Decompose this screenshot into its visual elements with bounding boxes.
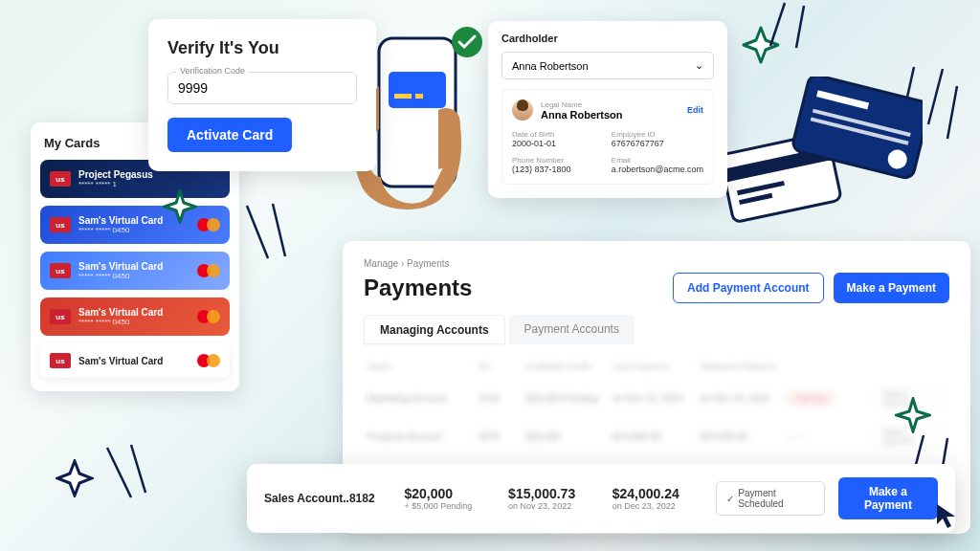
table-row: Products Account5678$20,000$14,000.00$24… <box>364 417 949 455</box>
last-payment: $15,000.73 <box>508 486 599 501</box>
svg-line-15 <box>273 204 285 256</box>
svg-line-21 <box>928 69 943 124</box>
field-label: Verification Code <box>176 66 249 76</box>
phone-label: Phone Number <box>512 156 602 165</box>
deco-lines <box>239 201 306 268</box>
sparkle-icon <box>895 397 931 433</box>
edit-link[interactable]: Edit <box>687 105 703 115</box>
payment-scheduled-badge: ✓Payment Scheduled <box>716 481 825 516</box>
make-payment-button[interactable]: Make a Payment <box>834 273 949 303</box>
cardholder-label: Cardholder <box>501 33 714 44</box>
legal-name-label: Legal Name <box>541 100 679 109</box>
field-value: 9999 <box>178 80 208 96</box>
eid-label: Employee ID <box>612 130 703 139</box>
sparkle-icon <box>56 459 94 497</box>
email-value: a.robertson@acme.com <box>612 165 703 174</box>
available-credit: $20,000 <box>404 486 495 501</box>
check-icon: ✓ <box>726 494 734 504</box>
cardholder-details: Legal Name Anna Robertson Edit Date of B… <box>501 89 714 185</box>
us-bank-badge: us <box>50 263 71 278</box>
card-number: ***** ***** 0450 <box>78 226 189 234</box>
card-item[interactable]: us Sam's Virtual Card <box>40 343 230 378</box>
deco-lines <box>756 0 813 55</box>
table-row: Marketing Account1234$20,000 Pendingon N… <box>364 379 949 417</box>
crumb-current: Payments <box>407 258 449 269</box>
card-item[interactable]: us Sam's Virtual Card***** ***** 0450 <box>40 252 230 290</box>
card-number: ***** ***** 1 <box>78 180 220 188</box>
sparkle-icon <box>163 189 197 224</box>
tab-managing-accounts[interactable]: Managing Accounts <box>364 315 505 344</box>
email-label: Email <box>612 156 703 165</box>
card-name: Sam's Virtual Card <box>78 307 189 318</box>
dob-label: Date of Birth <box>512 130 602 139</box>
card-name: Sam's Virtual Card <box>78 261 189 272</box>
phone-value: (123) 837-1800 <box>512 165 602 174</box>
cursor-icon <box>934 501 963 530</box>
row-make-payment-button[interactable]: Make a Payment <box>838 477 938 519</box>
card-number: ***** ***** 0450 <box>78 318 189 326</box>
page-title: Payments <box>364 275 472 301</box>
svg-line-14 <box>247 206 268 258</box>
statement-balance: $24,000.24 <box>612 486 703 501</box>
tab-payment-accounts[interactable]: Payment Accounts <box>509 315 635 344</box>
svg-line-18 <box>770 3 785 46</box>
mastercard-icon <box>197 264 220 278</box>
crumb-parent[interactable]: Manage <box>364 258 398 269</box>
cardholder-select[interactable]: Anna Robertson ⌄ <box>501 52 714 79</box>
cards-illustration <box>702 77 923 230</box>
cardholder-panel: Cardholder Anna Robertson ⌄ Legal Name A… <box>488 21 727 198</box>
deco-lines <box>98 440 155 507</box>
svg-line-19 <box>796 6 804 48</box>
us-bank-badge: us <box>50 171 71 187</box>
card-item[interactable]: us Sam's Virtual Card***** ***** 0450 <box>40 298 230 336</box>
activate-card-button[interactable]: Activate Card <box>167 118 292 152</box>
select-value: Anna Robertson <box>512 60 589 72</box>
us-bank-badge: us <box>50 353 71 368</box>
focused-account-row: Sales Account..8182 $20,000+ $5,000 Pend… <box>247 464 955 533</box>
verification-code-input[interactable]: Verification Code 9999 <box>167 72 357 104</box>
svg-rect-1 <box>389 72 446 108</box>
breadcrumb: Manage › Payments <box>364 258 949 269</box>
svg-rect-2 <box>394 94 412 99</box>
add-payment-account-button[interactable]: Add Payment Account <box>673 273 824 303</box>
svg-line-22 <box>947 86 957 139</box>
us-bank-badge: us <box>50 309 71 324</box>
chevron-down-icon: ⌄ <box>695 59 703 72</box>
mastercard-icon <box>197 354 220 368</box>
us-bank-badge: us <box>50 217 71 232</box>
card-name: Sam's Virtual Card <box>78 356 189 366</box>
dob-value: 2000-01-01 <box>512 139 602 148</box>
svg-rect-3 <box>415 94 423 99</box>
verify-panel: Verify It's You Verification Code 9999 A… <box>148 19 376 171</box>
verify-title: Verify It's You <box>167 38 357 58</box>
card-number: ***** ***** 0450 <box>78 272 189 280</box>
avatar <box>512 99 533 121</box>
svg-line-17 <box>131 445 145 493</box>
account-name: Sales Account..8182 <box>264 492 390 505</box>
mastercard-icon <box>197 218 220 232</box>
mastercard-icon <box>197 310 220 324</box>
legal-name-value: Anna Robertson <box>541 109 679 121</box>
eid-value: 67676767767 <box>612 139 703 148</box>
svg-line-16 <box>107 448 131 497</box>
card-item[interactable]: us Sam's Virtual Card***** ***** 0450 <box>40 206 230 244</box>
